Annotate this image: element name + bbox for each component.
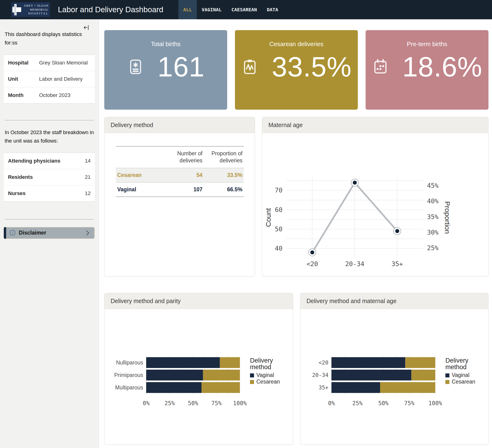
svg-text:50%: 50% xyxy=(188,400,198,407)
value-box-preterm-births: Pre-term births xyxy=(366,30,489,110)
svg-text:35%: 35% xyxy=(427,213,439,220)
svg-text:75%: 75% xyxy=(211,400,222,407)
cell-number: 107 xyxy=(164,182,204,197)
cell-number: 54 xyxy=(164,168,204,182)
age-stacked-bar-chart: <2020-3435+0%25%50%75%100%Deliverymethod… xyxy=(300,309,488,445)
table-row: Month October 2023 xyxy=(4,87,95,103)
info-label: Unit xyxy=(8,76,39,82)
info-value: Grey Sloan Memorial xyxy=(39,60,88,66)
tab-vaginal[interactable]: VAGINAL xyxy=(197,0,226,19)
parity-stacked-bar-chart: NulliparousPrimiparousMultiparous0%25%50… xyxy=(104,309,293,445)
table-row: Nurses 12 xyxy=(4,185,95,201)
row-label: Vaginal xyxy=(116,182,164,197)
svg-text:25%: 25% xyxy=(427,244,439,251)
calendar-week-icon xyxy=(372,58,389,76)
hospital-logo-text: GREY + SLOAN MEMORIAL HOSPITAL xyxy=(22,4,49,16)
cards-row-middle: Delivery method Number of deliveries Pro… xyxy=(104,117,489,277)
disclaimer-label: Disclaimer xyxy=(19,230,46,236)
tab-all[interactable]: ALL xyxy=(178,0,197,19)
value-box-total-births: Total births 161 xyxy=(104,30,227,110)
svg-text:70: 70 xyxy=(275,187,283,194)
svg-text:<20: <20 xyxy=(307,260,318,268)
main-content: Total births 161 Cesarean deliveries xyxy=(99,19,492,448)
value-box-value: 18.6% xyxy=(402,53,482,81)
svg-text:40%: 40% xyxy=(427,197,439,205)
svg-text:Cesarean: Cesarean xyxy=(256,378,280,385)
cell-proportion: 66.5% xyxy=(204,182,244,197)
svg-text:method: method xyxy=(445,364,467,371)
dashboard-info-table: Hospital Grey Sloan Memorial Unit Labor … xyxy=(4,55,95,104)
delivery-maternal-age-card: Delivery method and maternal age <2020-3… xyxy=(300,293,489,445)
card-title: Maternal age xyxy=(262,117,488,133)
column-header: Number of deliveries xyxy=(164,146,204,168)
svg-text:0%: 0% xyxy=(143,400,150,407)
table-row: Vaginal 107 66.5% xyxy=(116,182,244,197)
disclaimer-button[interactable]: i Disclaimer xyxy=(4,227,95,239)
delivery-method-table: Number of deliveries Proportion of deliv… xyxy=(116,146,244,197)
column-header: Proportion of deliveries xyxy=(204,146,244,168)
sidebar-intro-text: This dashboard displays statistics for:s… xyxy=(5,30,94,47)
staff-count: 12 xyxy=(85,190,91,197)
staff-intro-text: In October 2023 the staff breakdown in t… xyxy=(5,128,94,145)
svg-text:Multiparous: Multiparous xyxy=(115,385,143,391)
tab-caesarean[interactable]: CAESAREAN xyxy=(226,0,262,19)
card-title: Delivery method and parity xyxy=(104,293,293,309)
value-box-title: Pre-term births xyxy=(366,30,489,48)
value-box-cesarean-deliveries: Cesarean deliveries 33.5% xyxy=(235,30,358,110)
file-medical-icon xyxy=(127,58,144,76)
maternal-age-line-chart: 4050607025%30%35%40%45%<2020-3435+CountP… xyxy=(262,133,488,277)
svg-text:20-34: 20-34 xyxy=(312,372,328,378)
value-box-row: Total births 161 Cesarean deliveries xyxy=(104,30,489,110)
sidebar: This dashboard displays statistics for:s… xyxy=(0,19,99,448)
svg-text:Vaginal: Vaginal xyxy=(256,372,274,378)
table-row: Attending physicians 14 xyxy=(4,153,95,169)
svg-text:Nulliparous: Nulliparous xyxy=(116,359,143,366)
table-row: Unit Labor and Delivery xyxy=(4,71,95,87)
svg-text:i: i xyxy=(12,231,13,235)
clipboard-pulse-icon xyxy=(241,58,258,76)
nav-tabs: ALL VAGINAL CAESAREAN DATA xyxy=(178,0,283,19)
info-label: Hospital xyxy=(8,60,39,66)
svg-text:<20: <20 xyxy=(318,359,328,366)
table-row: Hospital Grey Sloan Memorial xyxy=(4,55,95,71)
info-value: October 2023 xyxy=(39,92,70,98)
svg-text:0%: 0% xyxy=(328,400,335,407)
staff-count: 14 xyxy=(85,158,91,164)
svg-text:Delivery: Delivery xyxy=(445,357,469,364)
staff-label: Residents xyxy=(8,174,33,180)
delivery-method-card: Delivery method Number of deliveries Pro… xyxy=(104,117,255,277)
svg-text:Count: Count xyxy=(264,208,272,227)
svg-text:20-34: 20-34 xyxy=(345,260,364,268)
svg-text:25%: 25% xyxy=(164,400,175,407)
svg-text:50%: 50% xyxy=(378,400,389,407)
svg-text:Delivery: Delivery xyxy=(250,357,273,364)
svg-text:75%: 75% xyxy=(404,400,415,407)
staff-count: 21 xyxy=(85,174,91,180)
table-row: Cesarean 54 33.5% xyxy=(116,168,244,182)
divider xyxy=(5,219,94,219)
staff-label: Nurses xyxy=(8,190,26,197)
svg-text:Vaginal: Vaginal xyxy=(452,372,469,378)
cell-proportion: 33.5% xyxy=(204,168,244,182)
hospital-logo: GREY + SLOAN MEMORIAL HOSPITAL xyxy=(11,2,50,17)
card-title: Delivery method xyxy=(104,117,255,133)
info-circle-icon: i xyxy=(10,230,16,236)
info-label: Month xyxy=(8,92,39,98)
svg-text:100%: 100% xyxy=(429,400,442,407)
staff-label: Attending physicians xyxy=(8,158,60,164)
maternal-age-card: Maternal age 4050607025%30%35%40%45%<202… xyxy=(262,117,489,277)
staff-table: Attending physicians 14 Residents 21 Nur… xyxy=(4,153,95,202)
column-header-spacer xyxy=(116,146,164,168)
svg-text:35+: 35+ xyxy=(391,260,403,268)
cards-row-bottom: Delivery method and parity NulliparousPr… xyxy=(104,293,489,445)
svg-text:40: 40 xyxy=(275,245,283,252)
svg-text:Cesarean: Cesarean xyxy=(452,378,475,385)
tab-data[interactable]: DATA xyxy=(262,0,283,19)
chevron-right-icon xyxy=(85,230,90,236)
hospital-cross-icon xyxy=(12,3,22,16)
sidebar-collapse-icon[interactable] xyxy=(83,24,89,30)
divider xyxy=(5,120,94,120)
svg-text:45%: 45% xyxy=(427,182,439,189)
svg-text:30%: 30% xyxy=(427,229,439,236)
delivery-parity-card: Delivery method and parity NulliparousPr… xyxy=(104,293,293,445)
